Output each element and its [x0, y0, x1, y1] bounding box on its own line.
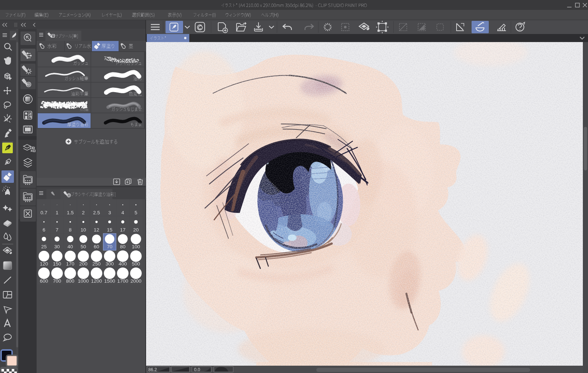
svg-text:3: 3 — [108, 210, 111, 215]
svg-text:86.2: 86.2 — [148, 367, 157, 372]
svg-text:30: 30 — [54, 244, 60, 249]
svg-text:7: 7 — [56, 227, 59, 233]
svg-text:6: 6 — [42, 227, 45, 233]
svg-text:2.5: 2.5 — [93, 210, 100, 215]
svg-text:170: 170 — [66, 261, 75, 267]
svg-text:200: 200 — [79, 261, 88, 267]
svg-text:100: 100 — [132, 244, 140, 249]
svg-text:4: 4 — [122, 210, 124, 215]
svg-text:70: 70 — [107, 244, 112, 249]
svg-text:150: 150 — [53, 261, 62, 267]
svg-text:2000: 2000 — [130, 278, 141, 284]
svg-text:2: 2 — [82, 210, 85, 215]
svg-text:17: 17 — [120, 227, 126, 233]
svg-text:600: 600 — [40, 278, 48, 284]
svg-text:40: 40 — [67, 244, 73, 249]
svg-text:5: 5 — [134, 210, 137, 215]
svg-text:1000: 1000 — [78, 278, 89, 284]
svg-text:25: 25 — [41, 244, 46, 249]
svg-text:60: 60 — [94, 244, 99, 249]
svg-text:20: 20 — [133, 227, 139, 233]
svg-text:500: 500 — [132, 261, 140, 267]
svg-text:15: 15 — [107, 227, 112, 233]
svg-text:300: 300 — [105, 261, 114, 267]
svg-text:1.5: 1.5 — [67, 210, 74, 215]
svg-text:1: 1 — [56, 210, 59, 215]
svg-text:1700: 1700 — [117, 278, 128, 284]
svg-text:700: 700 — [53, 278, 62, 284]
svg-text:1500: 1500 — [104, 278, 115, 284]
svg-text:400: 400 — [119, 261, 127, 267]
svg-text:12: 12 — [94, 227, 99, 233]
svg-text:0.0: 0.0 — [194, 367, 200, 372]
svg-text:800: 800 — [66, 278, 75, 284]
svg-text:8: 8 — [69, 227, 72, 233]
svg-text:10: 10 — [81, 227, 86, 233]
svg-text:80: 80 — [120, 244, 126, 249]
svg-text:250: 250 — [92, 261, 101, 267]
svg-text:120: 120 — [40, 261, 48, 267]
svg-text:0.7: 0.7 — [41, 210, 48, 215]
svg-text:50: 50 — [81, 244, 86, 249]
svg-text:1200: 1200 — [91, 278, 102, 284]
